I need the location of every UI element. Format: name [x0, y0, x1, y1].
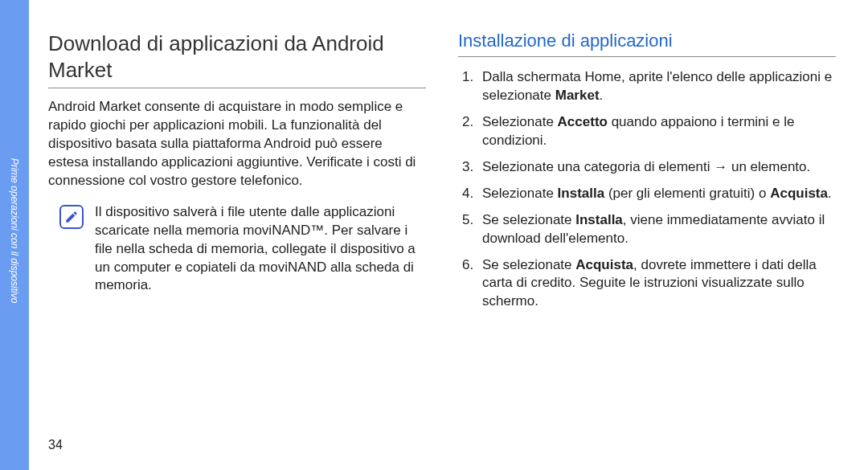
subsection-heading: Installazione di applicazioni — [458, 31, 836, 57]
step-item: Selezionate una categoria di elementi → … — [477, 158, 836, 177]
step-item: Se selezionate Acquista, dovrete immette… — [477, 256, 836, 312]
bold-term: Market — [555, 88, 600, 103]
bold-term: Acquista — [575, 257, 633, 272]
sidebar-section-label: Prime operazioni con il dispositivo — [9, 158, 20, 304]
step-item: Se selezionate Installa, viene immediata… — [477, 211, 836, 248]
note-text: Il dispositivo salverà i file utente dal… — [95, 203, 426, 296]
steps-list: Dalla schermata Home, aprite l'elenco de… — [458, 68, 836, 311]
right-column: Installazione di applicazioni Dalla sche… — [458, 31, 836, 454]
pencil-note-icon — [59, 205, 84, 229]
step-item: Selezionate Installa (per gli elementi g… — [477, 185, 836, 203]
bold-term: Installa — [575, 212, 623, 227]
step-item: Selezionate Accetto quando appaiono i te… — [477, 113, 836, 150]
section-heading: Download di applicazioni da Android Mark… — [48, 31, 426, 88]
left-column: Download di applicazioni da Android Mark… — [48, 31, 426, 454]
bold-term: Installa — [558, 186, 605, 201]
note-block: Il dispositivo salverà i file utente dal… — [59, 203, 426, 296]
bold-term: Acquista — [770, 186, 828, 201]
step-item: Dalla schermata Home, aprite l'elenco de… — [477, 68, 836, 105]
page-number: 34 — [48, 438, 63, 452]
intro-paragraph: Android Market consente di acquistare in… — [48, 98, 426, 190]
page-content: Download di applicazioni da Android Mark… — [48, 31, 836, 454]
bold-term: Accetto — [558, 114, 608, 129]
sidebar: Prime operazioni con il dispositivo — [0, 0, 29, 470]
